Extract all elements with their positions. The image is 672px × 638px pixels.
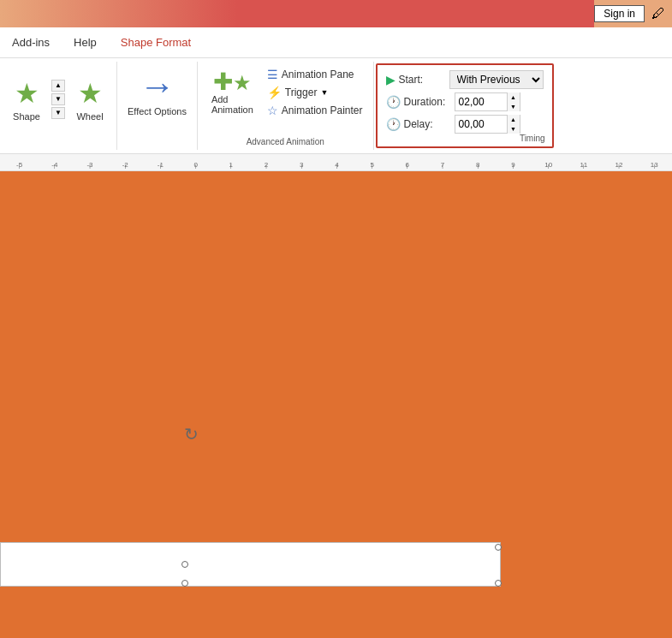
animation-presets-group: ★ Shape ▲ ▼ ▼ ★ Wheel: [0, 62, 117, 150]
animation-pane-button[interactable]: ☰ Animation Pane: [264, 67, 366, 82]
timing-label: Timing: [520, 134, 545, 143]
timing-delay-row: 🕐 Delay: ▲ ▼: [386, 115, 544, 134]
delay-clock-icon: 🕐: [386, 117, 401, 131]
title-bar: Sign in 🖊: [0, 0, 672, 27]
ruler: -5 -4 -3 -2 -1 0 1 2 3 4 5 6 7 8 9 10 11…: [0, 154, 672, 171]
duration-clock-icon: 🕐: [386, 95, 401, 109]
animation-painter-label: Animation Painter: [282, 104, 363, 116]
add-animation-button[interactable]: ✚★ AddAnimation: [205, 67, 260, 118]
menu-bar: Add-ins Help Shape Format: [0, 27, 672, 58]
delay-increment-button[interactable]: ▲: [508, 115, 520, 124]
resize-handle-bottom-left[interactable]: [181, 561, 188, 568]
ruler-mark: 0: [178, 161, 213, 169]
start-label: Start:: [399, 74, 446, 86]
ruler-mark: 7: [425, 161, 460, 169]
ruler-mark: 11: [566, 161, 601, 169]
effect-options-label: Effect Options: [128, 106, 187, 116]
ruler-mark: -2: [108, 161, 143, 169]
animation-painter-icon: ☆: [267, 104, 278, 117]
ruler-mark: 4: [319, 161, 354, 169]
scroll-down-button[interactable]: ▼: [51, 93, 65, 105]
start-select[interactable]: On Click With Previous After Previous: [449, 70, 544, 89]
duration-input-group: ▲ ▼: [455, 92, 520, 111]
wheel-label: Wheel: [76, 111, 103, 122]
trigger-button[interactable]: ⚡ Trigger ▼: [264, 85, 366, 100]
animation-painter-button[interactable]: ☆ Animation Painter: [264, 103, 366, 118]
timing-duration-row: 🕐 Duration: ▲ ▼: [386, 92, 544, 111]
timing-start-row: ▶ Start: On Click With Previous After Pr…: [386, 70, 544, 89]
start-play-icon: ▶: [386, 73, 395, 86]
menu-shape-format[interactable]: Shape Format: [116, 33, 196, 52]
ruler-mark: 5: [354, 161, 390, 169]
trigger-dropdown-icon: ▼: [320, 88, 328, 97]
resize-handle-bottom-right[interactable]: [181, 580, 188, 587]
ruler-mark: -4: [37, 161, 72, 169]
adv-right-column: ☰ Animation Pane ⚡ Trigger ▼ ☆ Animation…: [264, 67, 366, 118]
shape-label: Shape: [13, 111, 40, 122]
settings-icon[interactable]: 🖊: [651, 6, 665, 21]
trigger-icon: ⚡: [267, 86, 282, 99]
resize-handle-right[interactable]: [495, 580, 502, 587]
delay-spinners: ▲ ▼: [507, 115, 520, 134]
advanced-animation-group: ✚★ AddAnimation ☰ Animation Pane ⚡ Trigg…: [198, 62, 374, 150]
ruler-marks: -5 -4 -3 -2 -1 0 1 2 3 4 5 6 7 8 9 10 11…: [0, 161, 672, 169]
ruler-mark: 12: [601, 161, 636, 169]
menu-help[interactable]: Help: [68, 33, 102, 52]
wheel-button[interactable]: ★ Wheel: [68, 74, 111, 125]
ruler-mark: 9: [496, 161, 531, 169]
scroll-more-button[interactable]: ▼: [51, 107, 65, 119]
shape-star-icon: ★: [15, 77, 39, 110]
ruler-mark: 1: [213, 161, 248, 169]
rotate-handle[interactable]: ↻: [184, 424, 199, 444]
wheel-star-icon: ★: [78, 77, 103, 110]
title-bar-background: [0, 0, 594, 27]
menu-add-ins[interactable]: Add-ins: [7, 33, 55, 52]
scroll-buttons: ▲ ▼ ▼: [51, 80, 65, 119]
ruler-mark: 10: [531, 161, 566, 169]
duration-increment-button[interactable]: ▲: [508, 92, 520, 102]
ribbon: ★ Shape ▲ ▼ ▼ ★ Wheel → Effect Options ✚…: [0, 58, 672, 154]
ruler-mark: -1: [143, 161, 178, 169]
duration-spinners: ▲ ▼: [507, 92, 520, 111]
animation-pane-label: Animation Pane: [282, 69, 354, 80]
delay-label: Delay:: [404, 118, 451, 130]
delay-input-group: ▲ ▼: [455, 115, 520, 134]
animation-pane-icon: ☰: [267, 68, 278, 81]
ruler-mark: -5: [2, 161, 37, 169]
duration-decrement-button[interactable]: ▼: [508, 102, 520, 111]
ruler-mark: 13: [637, 161, 672, 169]
trigger-label: Trigger: [285, 86, 318, 98]
effect-arrow-icon: →: [139, 69, 175, 104]
ruler-mark: 2: [248, 161, 283, 169]
adv-top-row: ✚★ AddAnimation ☰ Animation Pane ⚡ Trigg…: [205, 67, 366, 118]
add-animation-label: AddAnimation: [211, 94, 253, 115]
ruler-mark: 6: [390, 161, 425, 169]
selected-text-box[interactable]: [0, 542, 501, 587]
delay-decrement-button[interactable]: ▼: [508, 124, 520, 134]
shape-button[interactable]: ★ Shape: [5, 74, 48, 125]
scroll-up-button[interactable]: ▲: [51, 80, 65, 92]
add-animation-icon: ✚★: [213, 70, 252, 94]
duration-input[interactable]: [455, 95, 507, 109]
advanced-animation-label: Advanced Animation: [198, 137, 373, 146]
timing-group: ▶ Start: On Click With Previous After Pr…: [376, 63, 554, 148]
resize-handle-top-right[interactable]: [495, 544, 502, 551]
ruler-mark: 3: [284, 161, 319, 169]
effect-options-group[interactable]: → Effect Options: [117, 62, 198, 150]
ruler-mark: 8: [461, 161, 496, 169]
slide-canvas[interactable]: ↻: [0, 171, 672, 638]
ruler-mark: -3: [72, 161, 107, 169]
sign-in-button[interactable]: Sign in: [594, 5, 645, 22]
duration-label: Duration:: [404, 96, 451, 108]
delay-input[interactable]: [455, 117, 507, 131]
